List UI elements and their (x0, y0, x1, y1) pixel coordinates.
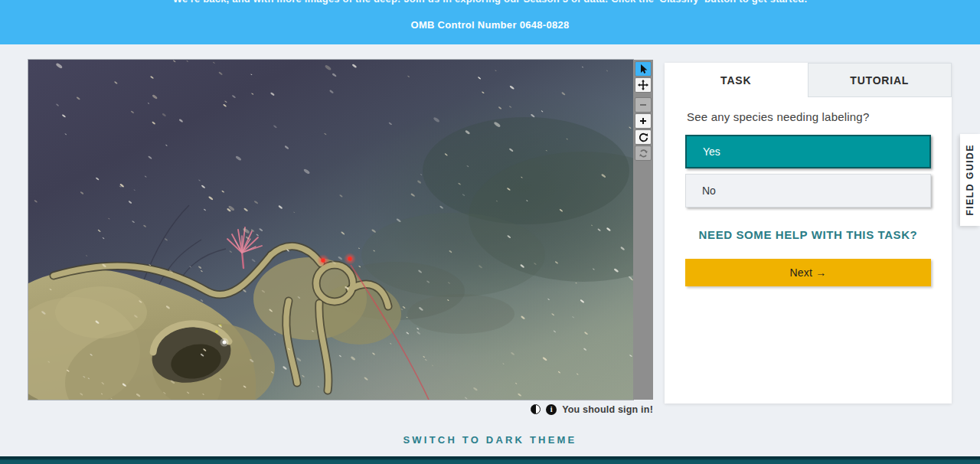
move-tool-button[interactable] (635, 77, 652, 93)
task-panel: TASK TUTORIAL See any species needing la… (665, 63, 952, 404)
plus-icon (639, 116, 648, 126)
reset-icon (639, 149, 648, 158)
tab-task[interactable]: TASK (665, 63, 808, 97)
zoom-in-tool-button[interactable] (635, 113, 652, 129)
answer-yes-button[interactable]: Yes (685, 135, 931, 168)
tab-tutorial[interactable]: TUTORIAL (808, 63, 952, 97)
rotate-tool-button[interactable] (635, 129, 652, 145)
wreck-mound (28, 257, 401, 400)
theme-switch-link[interactable]: SWITCH TO DARK THEME (0, 434, 980, 446)
next-button[interactable]: Next → (685, 259, 931, 286)
field-guide-label: FIELD GUIDE (965, 144, 975, 216)
pink-coral (227, 227, 262, 268)
announcement-text: We're back, and with more images of the … (0, 0, 980, 5)
announcement-banner: We're back, and with more images of the … (0, 0, 980, 44)
cursor-arrow-icon (638, 64, 648, 74)
footer-bar (0, 456, 980, 464)
move-cross-icon (638, 80, 648, 90)
task-help-link[interactable]: NEED SOME HELP WITH THIS TASK? (665, 228, 952, 241)
invert-colors-icon[interactable] (531, 404, 541, 414)
image-toolbar (633, 60, 653, 400)
sign-in-message: You should sign in! (562, 404, 653, 415)
zoom-out-tool-button[interactable] (635, 97, 652, 113)
subject-image-viewer[interactable] (28, 60, 633, 400)
minus-icon (639, 100, 648, 109)
omb-control-number: OMB Control Number 0648-0828 (0, 19, 980, 31)
viewer-footer: iYou should sign in! (28, 402, 653, 414)
field-guide-tab[interactable]: FIELD GUIDE (960, 134, 980, 226)
subject-image (28, 60, 633, 400)
reset-tool-button[interactable] (635, 145, 652, 161)
task-question: See any species needing labeling? (687, 110, 932, 123)
panel-tabs: TASK TUTORIAL (665, 63, 952, 97)
rotate-icon (639, 132, 648, 142)
app-window: We're back, and with more images of the … (0, 0, 980, 464)
info-circle-icon[interactable]: i (546, 404, 557, 415)
annotate-tool-button[interactable] (635, 61, 652, 77)
answer-no-button[interactable]: No (685, 174, 931, 207)
